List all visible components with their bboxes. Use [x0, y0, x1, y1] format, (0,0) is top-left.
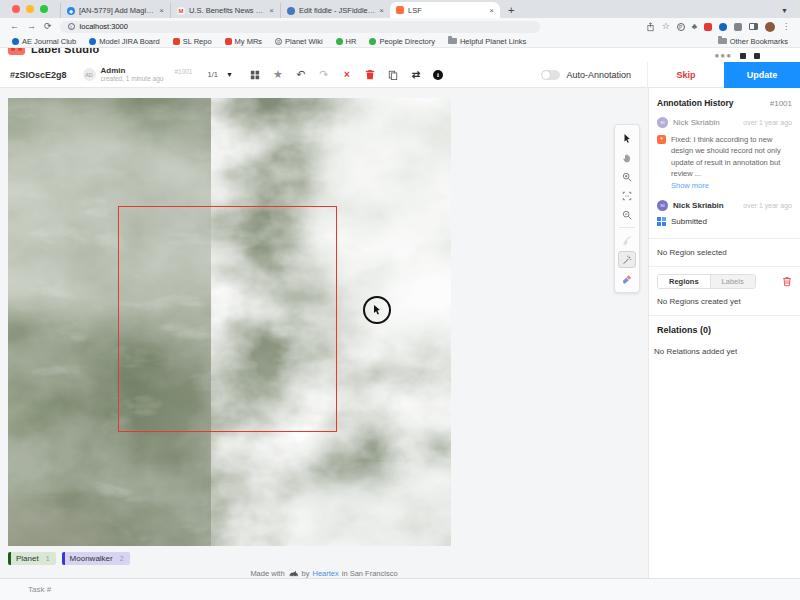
bookmark-people-directory[interactable]: People Directory — [369, 37, 434, 46]
bookmark-planet-wiki[interactable]: pPlanet Wiki — [275, 37, 323, 46]
bookmark-sl-repo[interactable]: SL Repo — [173, 37, 212, 46]
zoom-in-tool[interactable] — [618, 168, 636, 185]
grid-view-icon[interactable] — [249, 69, 261, 81]
region-bounding-box[interactable] — [118, 206, 337, 432]
bottom-bar: Task # — [0, 578, 800, 600]
annotator-name: Admin — [101, 66, 164, 75]
browser-tab-jsfiddle[interactable]: Edit fiddle - JSFiddle - Code P × — [280, 3, 390, 18]
close-tab-icon[interactable]: × — [489, 6, 494, 15]
browser-tab-jira[interactable]: ◆ [AN-5779] Add Magic Wand f × — [60, 3, 170, 18]
bookmark-icon — [336, 38, 343, 45]
bookmark-helpful-planet-links[interactable]: Helpful Planet Links — [448, 37, 526, 46]
redo-icon[interactable]: ↷ — [318, 69, 330, 81]
zoom-in-icon — [622, 172, 632, 182]
share-icon[interactable] — [646, 22, 655, 32]
browser-tab-gmail[interactable]: M U.S. Benefits News - Open Enr × — [170, 3, 280, 18]
label-chip-text: Moonwalker — [70, 554, 113, 563]
tab-label: LSF — [408, 6, 485, 15]
label-chip-planet[interactable]: Planet 1 — [8, 552, 56, 565]
forward-icon[interactable]: → — [27, 22, 36, 31]
user-avatar: NI — [657, 117, 668, 128]
duplicate-icon[interactable] — [387, 69, 399, 81]
brush-tool[interactable] — [618, 232, 636, 249]
label-studio-logo[interactable]: Label Studio — [8, 48, 99, 55]
history-entry[interactable]: NI Nick Skriabin over 1 year ago — [657, 117, 792, 128]
annotation-selector[interactable]: AD Admin created, 1 minute ago #1001 1/1… — [83, 66, 233, 83]
jira-icon: ◆ — [67, 7, 75, 15]
browser-tab-lsf-active[interactable]: LSF × — [390, 2, 500, 18]
annotation-history-title: Annotation History — [657, 98, 734, 108]
header-icon[interactable] — [754, 53, 760, 59]
bookmark-label: HR — [346, 37, 357, 46]
extension-p-icon[interactable]: P — [677, 23, 685, 31]
maximize-window-icon[interactable] — [40, 5, 48, 13]
tab-search-chevron-icon[interactable]: ▼ — [781, 7, 788, 14]
eraser-tool[interactable] — [618, 270, 636, 287]
heartex-link[interactable]: Heartex — [312, 569, 338, 578]
task-label: Task # — [28, 585, 51, 594]
user-name: Nick Skriabin — [673, 201, 738, 210]
delete-regions-button[interactable] — [782, 276, 792, 287]
label-studio-icon — [396, 6, 404, 14]
bookmark-hr[interactable]: HR — [336, 37, 357, 46]
window-controls[interactable] — [0, 0, 60, 18]
pan-tool[interactable] — [618, 149, 636, 166]
back-icon[interactable]: ← — [10, 22, 19, 31]
submitted-label: Submitted — [671, 217, 707, 226]
close-tab-icon[interactable]: × — [379, 6, 384, 15]
magic-wand-tool[interactable] — [618, 251, 636, 268]
chevron-down-icon[interactable]: ▼ — [226, 71, 233, 78]
skip-button[interactable]: Skip — [648, 70, 724, 80]
bookmark-star-icon[interactable]: ☆ — [662, 22, 670, 31]
label-hotkey: 2 — [120, 555, 124, 562]
heartex-mascot-icon — [288, 570, 299, 578]
info-icon[interactable]: i — [433, 70, 443, 80]
reset-icon[interactable]: × — [341, 69, 353, 81]
close-tab-icon[interactable]: × — [159, 6, 164, 15]
other-bookmarks[interactable]: Other Bookmarks — [718, 37, 788, 46]
show-more-link[interactable]: Show more — [671, 181, 792, 190]
tab-labels[interactable]: Labels — [710, 275, 755, 288]
bookmark-label: Model JIRA Board — [99, 37, 159, 46]
site-info-icon[interactable]: i — [68, 23, 75, 30]
side-panel-icon[interactable] — [749, 23, 758, 30]
auto-annotation-toggle[interactable] — [541, 70, 560, 80]
extension-tree-icon[interactable]: ♣ — [692, 23, 697, 31]
close-tab-icon[interactable]: × — [269, 6, 274, 15]
bookmark-my-mrs[interactable]: My MRs — [225, 37, 263, 46]
url-text: localhost:3000 — [80, 22, 128, 31]
gitlab-icon — [173, 38, 180, 45]
tab-label: [AN-5779] Add Magic Wand f — [79, 6, 155, 15]
reload-icon[interactable]: ⟳ — [44, 22, 52, 31]
header-icon[interactable] — [740, 53, 746, 59]
extension-red-icon[interactable] — [704, 23, 712, 31]
close-window-icon[interactable] — [12, 5, 20, 13]
label-chip-text: Planet — [16, 554, 39, 563]
label-chip-moonwalker[interactable]: Moonwalker 2 — [62, 552, 130, 565]
select-tool[interactable] — [618, 130, 636, 147]
url-input[interactable]: i localhost:3000 — [60, 21, 540, 33]
delete-annotation-icon[interactable] — [364, 69, 376, 81]
browser-profile-avatar[interactable] — [765, 22, 775, 32]
history-entry[interactable]: NI Nick Skriabin over 1 year ago — [657, 200, 792, 211]
bookmark-model-jira-board[interactable]: Model JIRA Board — [89, 37, 159, 46]
ellipsis-icon[interactable]: ●●● — [715, 51, 733, 60]
tab-regions[interactable]: Regions — [658, 275, 710, 288]
bookmark-label: People Directory — [379, 37, 434, 46]
new-tab-button[interactable]: + — [508, 5, 514, 16]
satellite-image[interactable] — [8, 98, 451, 546]
extension-blue-icon[interactable] — [719, 23, 727, 31]
undo-icon[interactable]: ↶ — [295, 69, 307, 81]
star-icon[interactable]: ★ — [272, 69, 284, 81]
bookmark-label: AE Journal Club — [22, 37, 76, 46]
fit-screen-tool[interactable] — [618, 187, 636, 204]
settings-swap-icon[interactable]: ⇄ — [410, 69, 422, 81]
browser-menu-icon[interactable]: ⋮ — [782, 22, 790, 31]
relations-title: Relations (0) — [657, 325, 792, 335]
bookmark-ae-journal-club[interactable]: AE Journal Club — [12, 37, 76, 46]
update-button[interactable]: Update — [724, 62, 800, 88]
bookmark-label: Helpful Planet Links — [460, 37, 526, 46]
minimize-window-icon[interactable] — [26, 5, 34, 13]
zoom-out-tool[interactable] — [618, 206, 636, 223]
extensions-puzzle-icon[interactable] — [734, 23, 742, 31]
